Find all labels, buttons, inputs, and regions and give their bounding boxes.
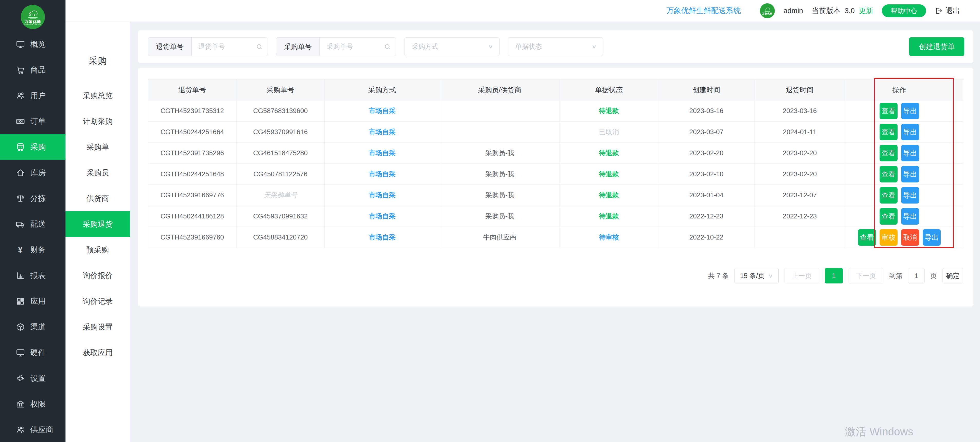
cell-created-date: 2023-03-07 bbox=[658, 121, 755, 143]
export-button[interactable]: 导出 bbox=[901, 208, 919, 225]
spacer-cell bbox=[954, 185, 963, 206]
purchase-no-filter: 采购单号 bbox=[276, 37, 396, 56]
cell-return-no: CGTH452391735296 bbox=[148, 143, 237, 164]
user-avatar-icon[interactable]: 万象优鲜 bbox=[760, 3, 775, 18]
sidebar-item-sorting[interactable]: 分拣 bbox=[0, 185, 65, 211]
puzzle-icon bbox=[16, 373, 25, 383]
sidebar-item-channels[interactable]: 渠道 bbox=[0, 314, 65, 340]
main-area: 退货单号 采购单号 采购方式 ∨ 单据状态 ∨ 创建退 bbox=[130, 22, 980, 442]
username[interactable]: admin bbox=[784, 7, 803, 15]
sidebar-item-reports[interactable]: 报表 bbox=[0, 263, 65, 288]
audit-button[interactable]: 审核 bbox=[880, 229, 897, 246]
cell-return-no: CGTH452391669776 bbox=[148, 185, 237, 206]
return-no-label: 退货单号 bbox=[148, 38, 192, 56]
cell-agent-supplier bbox=[440, 101, 560, 121]
search-icon[interactable] bbox=[384, 43, 391, 50]
submenu-item-purchase-settings[interactable]: 采购设置 bbox=[65, 314, 130, 340]
sidebar-item-hardware[interactable]: 硬件 bbox=[0, 340, 65, 365]
view-button[interactable]: 查看 bbox=[858, 229, 876, 246]
table-row: CGTH452391735312CG587683139600市场自采待退款202… bbox=[148, 101, 963, 121]
sidebar-menu: 概览商品用户订单采购库房分拣配送¥财务报表应用渠道硬件设置权限供应商 bbox=[0, 31, 65, 442]
current-page-button[interactable]: 1 bbox=[825, 268, 843, 284]
view-button[interactable]: 查看 bbox=[880, 208, 897, 225]
cell-purchase-no: CG459370991632 bbox=[237, 206, 325, 227]
help-center-button[interactable]: 帮助中心 bbox=[882, 4, 926, 17]
sidebar-item-label: 权限 bbox=[30, 399, 46, 409]
submenu-item-purchase-overview[interactable]: 采购总览 bbox=[65, 83, 130, 109]
sidebar-item-label: 采购 bbox=[30, 142, 46, 152]
status-select[interactable]: 单据状态 ∨ bbox=[508, 37, 603, 56]
create-return-order-button[interactable]: 创建退货单 bbox=[909, 37, 964, 56]
yen-icon: ¥ bbox=[16, 245, 25, 255]
cell-purchase-method: 市场自采 bbox=[325, 101, 440, 121]
cell-created-date: 2023-02-10 bbox=[658, 164, 755, 185]
sidebar-item-label: 分拣 bbox=[30, 193, 46, 204]
submenu-item-pre-purchase[interactable]: 预采购 bbox=[65, 237, 130, 263]
sidebar-item-label: 硬件 bbox=[30, 348, 46, 358]
spacer-cell bbox=[954, 206, 963, 227]
sidebar-item-purchase[interactable]: 采购 bbox=[0, 134, 65, 160]
search-icon[interactable] bbox=[256, 43, 263, 50]
sidebar-item-finance[interactable]: ¥财务 bbox=[0, 237, 65, 263]
sidebar-item-label: 财务 bbox=[30, 245, 46, 255]
cell-created-date: 2023-03-16 bbox=[658, 101, 755, 121]
export-button[interactable]: 导出 bbox=[923, 229, 941, 246]
version-value: 3.0 bbox=[845, 7, 855, 15]
next-page-button[interactable]: 下一页 bbox=[848, 268, 883, 284]
export-button[interactable]: 导出 bbox=[901, 187, 919, 204]
export-button[interactable]: 导出 bbox=[901, 145, 919, 161]
sidebar-item-warehouse[interactable]: 库房 bbox=[0, 160, 65, 185]
submenu-item-inquiry-quote[interactable]: 询价报价 bbox=[65, 263, 130, 288]
view-button[interactable]: 查看 bbox=[880, 145, 897, 161]
cell-status: 待退款 bbox=[560, 206, 658, 227]
sidebar-item-permissions[interactable]: 权限 bbox=[0, 391, 65, 417]
cell-created-date: 2023-02-20 bbox=[658, 143, 755, 164]
cancel-button[interactable]: 取消 bbox=[901, 229, 919, 246]
sidebar-item-orders[interactable]: 订单 bbox=[0, 109, 65, 134]
confirm-page-button[interactable]: 确定 bbox=[942, 268, 963, 284]
submenu-item-buyers[interactable]: 采购员 bbox=[65, 160, 130, 185]
goto-suffix: 页 bbox=[930, 271, 937, 280]
view-button[interactable]: 查看 bbox=[880, 103, 897, 119]
view-button[interactable]: 查看 bbox=[880, 187, 897, 204]
sidebar-item-goods[interactable]: 商品 bbox=[0, 57, 65, 83]
goto-page-input[interactable] bbox=[908, 268, 924, 284]
submenu-item-planned-purchase[interactable]: 计划采购 bbox=[65, 109, 130, 134]
view-button[interactable]: 查看 bbox=[880, 124, 897, 140]
export-button[interactable]: 导出 bbox=[901, 124, 919, 140]
submenu-item-purchase-orders[interactable]: 采购单 bbox=[65, 134, 130, 160]
sidebar-item-delivery[interactable]: 配送 bbox=[0, 211, 65, 237]
cell-status: 待退款 bbox=[560, 143, 658, 164]
chart-icon bbox=[16, 271, 25, 280]
cube-icon bbox=[16, 322, 25, 332]
update-link[interactable]: 更新 bbox=[859, 6, 873, 16]
submenu-item-purchase-returns[interactable]: 采购退货 bbox=[65, 211, 130, 237]
cell-actions: 查看导出 bbox=[845, 185, 954, 206]
spacer-cell bbox=[954, 164, 963, 185]
purchase-method-select[interactable]: 采购方式 ∨ bbox=[404, 37, 500, 56]
sidebar-item-label: 应用 bbox=[30, 296, 46, 306]
submenu-item-get-apps[interactable]: 获取应用 bbox=[65, 340, 130, 365]
cell-status: 待退款 bbox=[560, 101, 658, 121]
export-button[interactable]: 导出 bbox=[901, 103, 919, 119]
sidebar-item-apps[interactable]: 应用 bbox=[0, 288, 65, 314]
submenu-item-inquiry-records[interactable]: 询价记录 bbox=[65, 288, 130, 314]
submenu-item-suppliers[interactable]: 供货商 bbox=[65, 185, 130, 211]
sidebar-item-suppliers[interactable]: 供应商 bbox=[0, 417, 65, 442]
logout-button[interactable]: 退出 bbox=[935, 6, 960, 16]
cell-purchase-no: CG587683139600 bbox=[237, 101, 325, 121]
sidebar-item-settings[interactable]: 设置 bbox=[0, 365, 65, 391]
view-button[interactable]: 查看 bbox=[880, 166, 897, 182]
sidebar-item-label: 概览 bbox=[30, 39, 46, 49]
returns-table-wrap: 退货单号采购单号采购方式采购员/供货商单据状态创建时间退货时间操作 CGTH45… bbox=[148, 79, 963, 248]
spacer-cell bbox=[954, 227, 963, 248]
system-title[interactable]: 万象优鲜生鲜配送系统 bbox=[667, 6, 741, 16]
sidebar-item-label: 供应商 bbox=[30, 424, 53, 435]
table-header-row: 退货单号采购单号采购方式采购员/供货商单据状态创建时间退货时间操作 bbox=[148, 80, 963, 101]
page-size-select[interactable]: 15 条/页 ∨ bbox=[735, 268, 779, 284]
sidebar-item-label: 用户 bbox=[30, 91, 46, 101]
prev-page-button[interactable]: 上一页 bbox=[784, 268, 819, 284]
sidebar-item-overview[interactable]: 概览 bbox=[0, 31, 65, 57]
sidebar-item-users[interactable]: 用户 bbox=[0, 83, 65, 109]
export-button[interactable]: 导出 bbox=[901, 166, 919, 182]
